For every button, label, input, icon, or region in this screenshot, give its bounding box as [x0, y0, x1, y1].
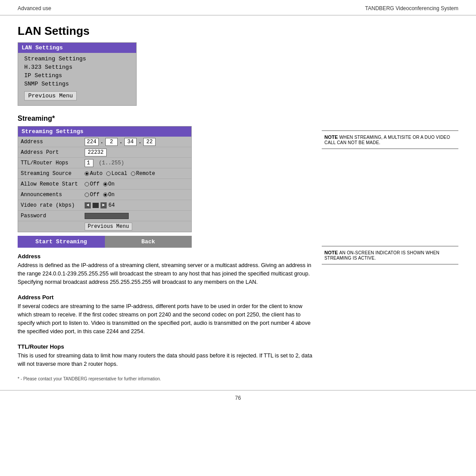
- addr-sep-1: .: [100, 139, 104, 145]
- address-label: Address: [21, 139, 85, 145]
- addr-sep-3: .: [138, 139, 141, 145]
- header-left: Advanced use: [18, 5, 51, 11]
- ttl-field[interactable]: 1: [85, 159, 93, 167]
- desc-port-title: Address Port: [18, 294, 313, 301]
- source-remote-label: Remote: [136, 171, 155, 177]
- ttl-label: TTL/Router Hops: [21, 160, 85, 166]
- ttl-value: 1 (1..255): [85, 159, 189, 167]
- allow-remote-on-label: On: [108, 181, 115, 187]
- address-port-label: Address Port: [21, 149, 85, 156]
- menu-item-streaming[interactable]: Streaming Settings: [18, 55, 136, 63]
- desc-port-text: If several codecs are streaming to the s…: [18, 302, 313, 335]
- allow-remote-off[interactable]: Off: [85, 181, 100, 187]
- streaming-panel: Streaming Settings Address 224 . 2 . 34 …: [18, 126, 192, 232]
- ttl-hint: (1..255): [99, 160, 124, 166]
- video-rate-control: ◄ ► 64: [85, 202, 189, 208]
- password-label: Password: [21, 213, 85, 219]
- announce-off-radio: [85, 193, 89, 197]
- note-2-content: An on-screen indicator is shown when str…: [324, 250, 439, 260]
- addr-sep-2: .: [119, 139, 123, 145]
- streaming-section-title: Streaming*: [18, 115, 313, 123]
- page-title: LAN Settings: [18, 24, 458, 38]
- streaming-panel-header: Streaming Settings: [18, 126, 191, 137]
- streaming-source-row: Streaming Source Auto Local Remote: [18, 168, 191, 179]
- allow-remote-on[interactable]: On: [103, 181, 115, 187]
- announcements-options: Off On: [85, 192, 189, 198]
- desc-ttl-title: TTL/Router Hops: [18, 343, 313, 350]
- announce-on-radio: [103, 193, 108, 197]
- bottom-controls: Start Streaming Back: [18, 236, 192, 248]
- allow-remote-off-label: Off: [90, 181, 100, 187]
- address-port-row: Address Port 22232: [18, 147, 191, 158]
- menu-item-snmp[interactable]: SNMP Settings: [18, 80, 136, 88]
- panel-prev-menu-button[interactable]: Previous Menu: [85, 223, 132, 231]
- vrate-block: [93, 203, 99, 208]
- password-value: [85, 213, 189, 219]
- allow-remote-on-radio: [103, 182, 108, 186]
- header-right: TANDBERG Videoconferencing System: [365, 5, 458, 11]
- panel-prev-menu-row: Previous Menu: [18, 221, 191, 232]
- note-1-label: NOTE: [324, 134, 338, 140]
- lan-prev-menu-button[interactable]: Previous Menu: [24, 91, 77, 100]
- source-local-label: Local: [112, 171, 127, 177]
- desc-ttl: TTL/Router Hops This is used for streami…: [18, 343, 313, 368]
- password-field[interactable]: [85, 213, 129, 219]
- page-footer: 76: [0, 390, 476, 405]
- note-1: NOTE When streaming, a MultiSite or a Du…: [322, 130, 458, 149]
- addr-field-2[interactable]: 2: [105, 138, 118, 146]
- announcements-label: Announcements: [21, 192, 85, 198]
- page-number: 76: [235, 395, 241, 401]
- footnote: * - Please contact your TANDBERG represe…: [18, 376, 313, 381]
- streaming-source-label: Streaming Source: [21, 171, 85, 177]
- allow-remote-off-radio: [85, 182, 89, 186]
- announcements-row: Announcements Off On: [18, 190, 191, 200]
- port-field[interactable]: 22232: [85, 149, 107, 156]
- vrate-left-arrow[interactable]: ◄: [85, 202, 91, 208]
- note-2: NOTE An on-screen indicator is shown whe…: [322, 246, 458, 264]
- address-value: 224 . 2 . 34 . 22: [85, 138, 189, 146]
- desc-address: Address Address is defined as the IP-add…: [18, 253, 313, 286]
- allow-remote-row: Allow Remote Start Off On: [18, 179, 191, 190]
- note-1-content: When streaming, a MultiSite or a Duo Vid…: [324, 135, 450, 145]
- allow-remote-label: Allow Remote Start: [21, 181, 85, 187]
- announce-off[interactable]: Off: [85, 192, 100, 198]
- announce-on-label: On: [108, 192, 115, 198]
- source-local[interactable]: Local: [106, 171, 127, 177]
- allow-remote-options: Off On: [85, 181, 189, 187]
- desc-address-port: Address Port If several codecs are strea…: [18, 294, 313, 335]
- source-auto-label: Auto: [90, 171, 103, 177]
- menu-item-h323[interactable]: H.323 Settings: [18, 63, 136, 71]
- menu-item-ip[interactable]: IP Settings: [18, 71, 136, 80]
- ttl-row: TTL/Router Hops 1 (1..255): [18, 158, 191, 168]
- note-2-label: NOTE: [324, 250, 338, 255]
- announce-on[interactable]: On: [103, 192, 115, 198]
- password-row: Password: [18, 211, 191, 221]
- source-local-radio: [106, 171, 111, 176]
- streaming-source-options: Auto Local Remote: [85, 171, 189, 177]
- lan-menu: LAN Settings Streaming Settings H.323 Se…: [18, 42, 137, 106]
- addr-field-3[interactable]: 34: [124, 138, 137, 146]
- source-auto[interactable]: Auto: [85, 171, 103, 177]
- address-row: Address 224 . 2 . 34 . 22: [18, 137, 191, 147]
- back-button[interactable]: Back: [105, 236, 192, 248]
- start-streaming-button[interactable]: Start Streaming: [18, 236, 105, 248]
- lan-menu-header: LAN Settings: [18, 43, 136, 53]
- source-auto-radio: [85, 171, 89, 176]
- source-remote-radio: [131, 171, 135, 176]
- addr-field-1[interactable]: 224: [85, 138, 99, 146]
- desc-ttl-text: This is used for streaming data to limit…: [18, 352, 313, 368]
- video-rate-row: Video rate (kbps) ◄ ► 64: [18, 200, 191, 211]
- video-rate-label: Video rate (kbps): [21, 202, 85, 208]
- address-port-value: 22232: [85, 149, 189, 156]
- source-remote[interactable]: Remote: [131, 171, 155, 177]
- desc-address-text: Address is defined as the IP-address of …: [18, 261, 313, 286]
- vrate-value: 64: [108, 202, 115, 208]
- addr-field-4[interactable]: 22: [143, 138, 156, 146]
- desc-address-title: Address: [18, 253, 313, 260]
- page-header: Advanced use TANDBERG Videoconferencing …: [0, 0, 476, 15]
- vrate-right-arrow[interactable]: ►: [100, 202, 107, 208]
- panel-prev-menu-value: Previous Menu: [85, 223, 189, 231]
- announce-off-label: Off: [90, 192, 100, 198]
